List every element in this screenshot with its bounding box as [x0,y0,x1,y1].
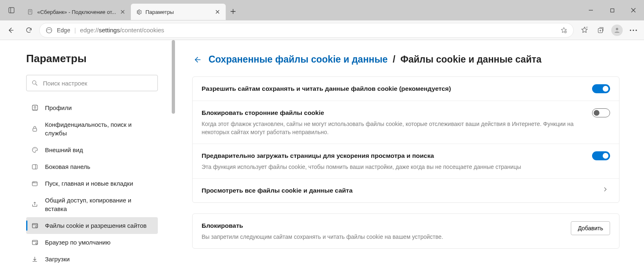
block-section-card: Блокировать Вы запретили следующим сайта… [192,213,619,249]
row-title: Просмотреть все файлы cookie и данные са… [202,186,594,195]
svg-point-11 [616,28,618,30]
tab-close-icon[interactable] [119,9,126,15]
download-icon [31,256,38,263]
block-section-title: Блокировать [202,221,563,230]
window-controls [580,2,644,18]
browser-icon [31,239,38,246]
svg-rect-19 [33,128,36,131]
sidebar-scrollbar[interactable] [171,40,176,274]
row-title: Блокировать сторонние файлы cookie [202,108,584,117]
row-block-section: Блокировать Вы запретили следующим сайта… [193,214,619,248]
svg-point-21 [34,148,35,148]
url-text: edge://settings/content/cookies [80,27,164,34]
svg-point-28 [34,182,34,182]
close-button[interactable] [623,2,644,18]
svg-point-14 [635,29,637,31]
sidebar: Параметры Профили Конфиденциальность, по… [0,40,176,274]
toolbar: Edge | edge://settings/content/cookies [0,20,644,40]
toggle-allow-cookies[interactable] [592,84,610,93]
row-see-all-cookies[interactable]: Просмотреть все файлы cookie и данные са… [193,178,619,202]
svg-rect-6 [610,9,614,12]
sidebar-item-privacy[interactable]: Конфиденциальность, поиск и службы [26,116,158,141]
minimize-button[interactable] [580,2,601,18]
sidebar-item-label: Файлы cookie и разрешения сайтов [45,221,147,230]
sidebar-icon [31,163,38,171]
new-tab-button[interactable] [226,4,240,19]
tab-close-icon[interactable] [214,9,221,15]
toggle-block-thirdparty[interactable] [592,108,610,117]
breadcrumb: Сохраненные файлы cookie и данные / Файл… [192,54,619,65]
page-icon [27,9,34,15]
edge-label: Edge [57,27,70,34]
search-input[interactable] [43,80,153,87]
svg-rect-23 [32,164,37,169]
share-icon [31,201,38,208]
sidebar-item-label: Пуск, главная и новые вкладки [45,179,133,188]
row-preload-pages: Предварительно загружать страницы для ус… [193,144,619,178]
sidebar-item-label: Внешний вид [45,146,83,154]
tab-label: «Сбербанк» - Подключение от... [37,9,116,15]
sidebar-item-label: Боковая панель [45,162,90,171]
svg-point-27 [33,182,34,182]
gear-icon [136,9,142,15]
maximize-button[interactable] [601,2,623,18]
collections-button[interactable] [593,23,608,38]
svg-point-8 [46,27,52,33]
palette-icon [31,146,38,154]
row-title: Предварительно загружать страницы для ус… [202,151,584,160]
favorites-button[interactable] [577,23,592,38]
add-block-button[interactable]: Добавить [571,221,610,235]
svg-point-15 [32,81,36,84]
sidebar-item-profiles[interactable]: Профили [26,99,158,116]
sidebar-item-label: Общий доступ, копирование и вставка [45,196,153,213]
tab-label: Параметры [146,9,211,15]
svg-point-22 [36,149,36,149]
main-panel: Сохраненные файлы cookie и данные / Файл… [176,40,644,274]
svg-rect-32 [32,240,38,245]
search-icon [31,80,38,86]
newtab-icon [31,180,38,187]
favorite-star-icon[interactable] [560,27,568,34]
refresh-button[interactable] [21,23,36,38]
svg-point-18 [34,106,36,108]
block-section-desc: Вы запретили следующим сайтам сохранять … [202,233,563,241]
edge-icon [45,27,53,34]
sidebar-item-sidebar[interactable]: Боковая панель [26,158,158,175]
chevron-right-icon [602,186,610,194]
settings-search[interactable] [26,75,158,91]
row-allow-cookies: Разрешить сайтам сохранять и читать данн… [193,77,619,101]
profile-button[interactable] [610,23,624,38]
cookie-icon [31,222,38,229]
lock-icon [31,125,38,133]
content: Параметры Профили Конфиденциальность, по… [0,40,644,274]
svg-point-20 [33,149,34,149]
more-button[interactable] [626,23,641,38]
svg-line-16 [36,84,37,85]
breadcrumb-link[interactable]: Сохраненные файлы cookie и данные [209,54,388,65]
row-title: Разрешить сайтам сохранять и читать данн… [202,84,584,93]
row-block-thirdparty: Блокировать сторонние файлы cookie Когда… [193,101,619,144]
titlebar: «Сбербанк» - Подключение от... Параметры [0,0,644,20]
tab-sberbank[interactable]: «Сбербанк» - Подключение от... [22,4,131,20]
back-button[interactable] [3,23,18,38]
avatar-icon [611,25,623,36]
sidebar-item-cookies[interactable]: Файлы cookie и разрешения сайтов [26,217,158,234]
sidebar-item-start[interactable]: Пуск, главная и новые вкладки [26,175,158,192]
toggle-preload-pages[interactable] [592,151,610,160]
sidebar-item-appearance[interactable]: Внешний вид [26,141,158,158]
sidebar-item-downloads[interactable]: Загрузки [26,251,158,267]
sidebar-item-label: Профили [45,103,72,112]
svg-rect-0 [9,8,14,13]
row-desc: Когда этот флажок установлен, сайты не м… [202,120,584,137]
tab-settings[interactable]: Параметры [131,4,226,20]
tab-actions-button[interactable] [0,0,22,20]
sidebar-item-default-browser[interactable]: Браузер по умолчанию [26,234,158,251]
settings-card: Разрешить сайтам сохранять и читать данн… [192,76,619,203]
svg-point-13 [633,29,634,31]
address-bar[interactable]: Edge | edge://settings/content/cookies [39,23,574,38]
sidebar-item-label: Загрузки [45,255,70,263]
profile-icon [31,104,38,112]
sidebar-item-label: Браузер по умолчанию [45,238,110,247]
sidebar-item-share[interactable]: Общий доступ, копирование и вставка [26,192,158,217]
breadcrumb-back-button[interactable] [192,55,202,65]
